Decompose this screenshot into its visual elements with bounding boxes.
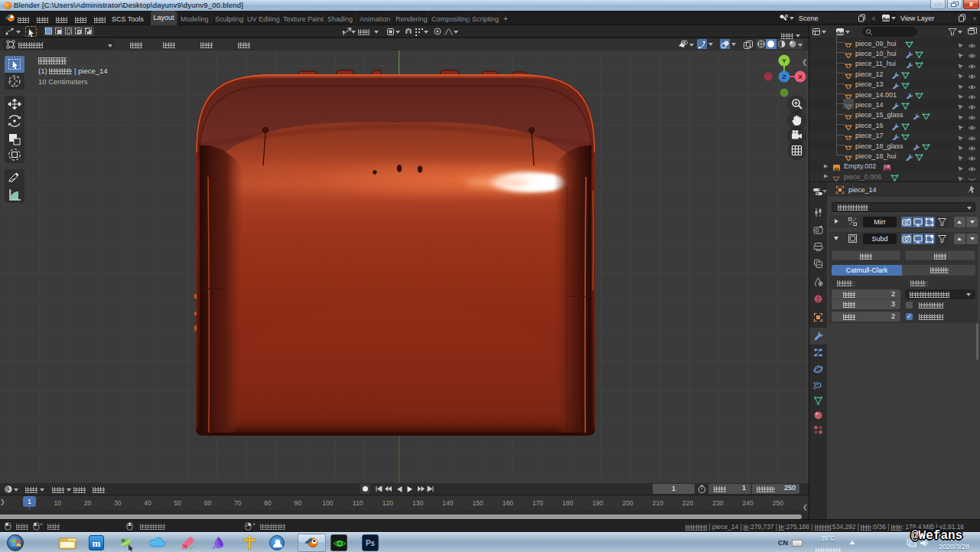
svg-text:Z: Z bbox=[783, 73, 786, 80]
svg-text:X: X bbox=[798, 73, 803, 80]
svg-text:Y: Y bbox=[782, 57, 786, 64]
